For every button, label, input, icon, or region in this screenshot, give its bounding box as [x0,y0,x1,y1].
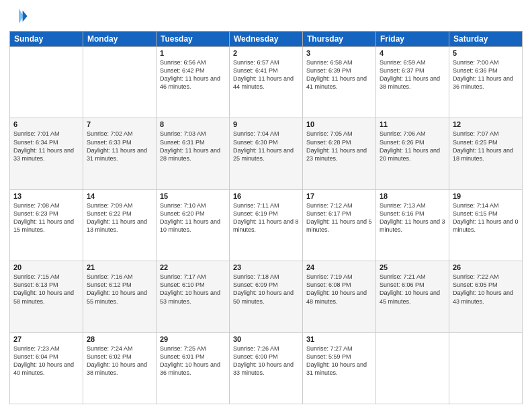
day-info: Sunrise: 7:12 AMSunset: 6:17 PMDaylight:… [306,201,372,234]
day-info: Sunrise: 7:18 AMSunset: 6:09 PMDaylight:… [233,273,299,306]
calendar-cell: 17Sunrise: 7:12 AMSunset: 6:17 PMDayligh… [303,189,376,261]
calendar-cell [449,332,523,404]
day-number: 3 [306,49,372,57]
day-info: Sunrise: 7:21 AMSunset: 6:06 PMDaylight:… [380,273,445,306]
day-number: 25 [380,263,445,271]
calendar-cell: 28Sunrise: 7:24 AMSunset: 6:02 PMDayligh… [83,332,157,404]
calendar-cell: 29Sunrise: 7:25 AMSunset: 6:01 PMDayligh… [157,332,230,404]
week-row-5: 27Sunrise: 7:23 AMSunset: 6:04 PMDayligh… [10,332,523,404]
calendar-cell: 25Sunrise: 7:21 AMSunset: 6:06 PMDayligh… [376,261,449,332]
day-number: 8 [160,120,226,128]
calendar-cell: 6Sunrise: 7:01 AMSunset: 6:34 PMDaylight… [10,118,83,189]
day-info: Sunrise: 7:19 AMSunset: 6:08 PMDaylight:… [306,273,372,306]
day-number: 15 [160,192,226,200]
calendar-cell: 10Sunrise: 7:05 AMSunset: 6:28 PMDayligh… [303,118,376,189]
calendar-cell: 19Sunrise: 7:14 AMSunset: 6:15 PMDayligh… [449,189,523,261]
logo-icon [9,7,28,26]
day-number: 29 [160,335,226,343]
day-number: 6 [13,120,79,128]
day-info: Sunrise: 7:27 AMSunset: 5:59 PMDaylight:… [306,345,372,377]
day-number: 17 [306,192,372,200]
week-row-3: 13Sunrise: 7:08 AMSunset: 6:23 PMDayligh… [10,189,523,261]
calendar-cell [10,47,83,118]
calendar-cell: 24Sunrise: 7:19 AMSunset: 6:08 PMDayligh… [303,261,376,332]
day-number: 20 [13,263,79,271]
day-info: Sunrise: 7:11 AMSunset: 6:19 PMDaylight:… [233,201,299,234]
day-info: Sunrise: 6:59 AMSunset: 6:37 PMDaylight:… [380,58,445,91]
calendar-cell: 7Sunrise: 7:02 AMSunset: 6:33 PMDaylight… [83,118,157,189]
calendar-cell: 22Sunrise: 7:17 AMSunset: 6:10 PMDayligh… [157,261,230,332]
weekday-monday: Monday [83,32,157,47]
calendar-cell: 27Sunrise: 7:23 AMSunset: 6:04 PMDayligh… [10,332,83,404]
day-info: Sunrise: 6:56 AMSunset: 6:42 PMDaylight:… [160,58,226,91]
day-info: Sunrise: 7:00 AMSunset: 6:36 PMDaylight:… [453,58,519,91]
weekday-thursday: Thursday [303,32,376,47]
calendar-cell [83,47,157,118]
day-number: 9 [233,120,299,128]
calendar-cell: 13Sunrise: 7:08 AMSunset: 6:23 PMDayligh… [10,189,83,261]
day-info: Sunrise: 7:26 AMSunset: 6:00 PMDaylight:… [233,345,299,377]
day-info: Sunrise: 7:23 AMSunset: 6:04 PMDaylight:… [13,345,79,377]
day-info: Sunrise: 7:03 AMSunset: 6:31 PMDaylight:… [160,130,226,163]
day-number: 21 [87,263,152,271]
calendar-cell: 15Sunrise: 7:10 AMSunset: 6:20 PMDayligh… [157,189,230,261]
day-number: 14 [87,192,152,200]
day-info: Sunrise: 7:01 AMSunset: 6:34 PMDaylight:… [13,130,79,163]
day-number: 31 [306,335,372,343]
day-info: Sunrise: 7:25 AMSunset: 6:01 PMDaylight:… [160,345,226,377]
calendar-cell: 30Sunrise: 7:26 AMSunset: 6:00 PMDayligh… [230,332,303,404]
day-info: Sunrise: 7:04 AMSunset: 6:30 PMDaylight:… [233,130,299,163]
week-row-4: 20Sunrise: 7:15 AMSunset: 6:13 PMDayligh… [10,261,523,332]
day-number: 12 [453,120,519,128]
calendar-cell: 23Sunrise: 7:18 AMSunset: 6:09 PMDayligh… [230,261,303,332]
calendar-cell: 21Sunrise: 7:16 AMSunset: 6:12 PMDayligh… [83,261,157,332]
day-info: Sunrise: 7:07 AMSunset: 6:25 PMDaylight:… [453,130,519,163]
day-number: 10 [306,120,372,128]
week-row-1: 1Sunrise: 6:56 AMSunset: 6:42 PMDaylight… [10,47,523,118]
day-info: Sunrise: 7:10 AMSunset: 6:20 PMDaylight:… [160,201,226,234]
calendar-cell: 26Sunrise: 7:22 AMSunset: 6:05 PMDayligh… [449,261,523,332]
calendar-cell: 1Sunrise: 6:56 AMSunset: 6:42 PMDaylight… [157,47,230,118]
calendar-cell: 3Sunrise: 6:58 AMSunset: 6:39 PMDaylight… [303,47,376,118]
day-info: Sunrise: 6:57 AMSunset: 6:41 PMDaylight:… [233,58,299,91]
day-info: Sunrise: 7:15 AMSunset: 6:13 PMDaylight:… [13,273,79,306]
day-info: Sunrise: 7:24 AMSunset: 6:02 PMDaylight:… [87,345,152,377]
weekday-sunday: Sunday [10,32,83,47]
day-number: 26 [453,263,519,271]
day-info: Sunrise: 7:13 AMSunset: 6:16 PMDaylight:… [380,201,445,234]
day-number: 4 [380,49,445,57]
day-number: 13 [13,192,79,200]
weekday-tuesday: Tuesday [157,32,230,47]
calendar-cell: 31Sunrise: 7:27 AMSunset: 5:59 PMDayligh… [303,332,376,404]
weekday-saturday: Saturday [449,32,523,47]
page: SundayMondayTuesdayWednesdayThursdayFrid… [0,0,532,411]
day-number: 22 [160,263,226,271]
calendar-cell: 16Sunrise: 7:11 AMSunset: 6:19 PMDayligh… [230,189,303,261]
day-number: 27 [13,335,79,343]
day-number: 18 [380,192,445,200]
day-info: Sunrise: 7:08 AMSunset: 6:23 PMDaylight:… [13,201,79,234]
day-number: 2 [233,49,299,57]
calendar-cell: 9Sunrise: 7:04 AMSunset: 6:30 PMDaylight… [230,118,303,189]
calendar-cell: 18Sunrise: 7:13 AMSunset: 6:16 PMDayligh… [376,189,449,261]
calendar-cell: 5Sunrise: 7:00 AMSunset: 6:36 PMDaylight… [449,47,523,118]
weekday-friday: Friday [376,32,449,47]
day-info: Sunrise: 6:58 AMSunset: 6:39 PMDaylight:… [306,58,372,91]
day-number: 23 [233,263,299,271]
day-info: Sunrise: 7:09 AMSunset: 6:22 PMDaylight:… [87,201,152,234]
day-info: Sunrise: 7:17 AMSunset: 6:10 PMDaylight:… [160,273,226,306]
day-number: 5 [453,49,519,57]
calendar-cell: 2Sunrise: 6:57 AMSunset: 6:41 PMDaylight… [230,47,303,118]
calendar-cell: 4Sunrise: 6:59 AMSunset: 6:37 PMDaylight… [376,47,449,118]
weekday-wednesday: Wednesday [230,32,303,47]
day-info: Sunrise: 7:22 AMSunset: 6:05 PMDaylight:… [453,273,519,306]
day-number: 30 [233,335,299,343]
day-number: 7 [87,120,152,128]
day-number: 24 [306,263,372,271]
calendar-cell: 12Sunrise: 7:07 AMSunset: 6:25 PMDayligh… [449,118,523,189]
day-number: 11 [380,120,445,128]
day-number: 1 [160,49,226,57]
logo [9,7,31,26]
week-row-2: 6Sunrise: 7:01 AMSunset: 6:34 PMDaylight… [10,118,523,189]
day-number: 19 [453,192,519,200]
